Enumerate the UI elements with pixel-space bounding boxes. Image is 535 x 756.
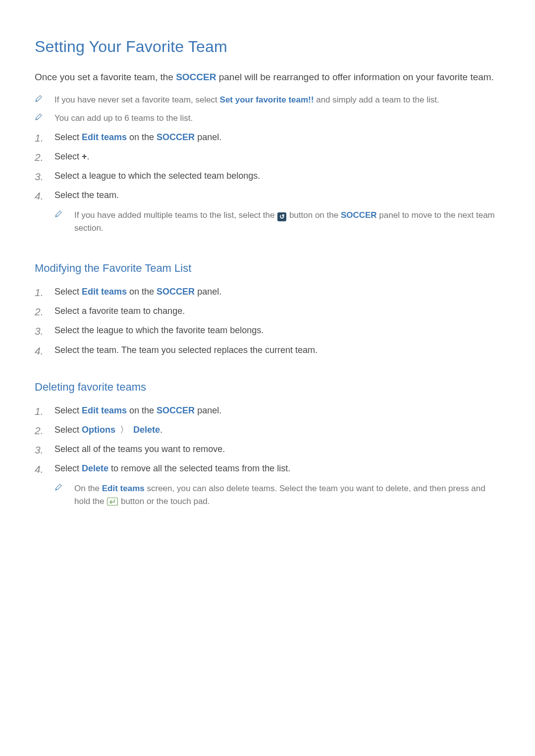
note-accent: Set your favorite team!! <box>220 95 314 104</box>
nested-note-list: On the Edit teams screen, you can also d… <box>54 482 500 507</box>
step-item: 3. Select a league to which the selected… <box>35 169 500 183</box>
step-text: Select a favorite team to change. <box>54 304 500 318</box>
step-text: Select the team. <box>54 190 119 200</box>
step-item: 2. Select +. <box>35 150 500 163</box>
step-item: 4. Select the team. If you have added mu… <box>35 189 500 238</box>
step-item: 3. Select the league to which the favori… <box>35 324 500 337</box>
step-item: 4. Select Delete to remove all the selec… <box>35 462 500 511</box>
step-item: 3. Select all of the teams you want to r… <box>35 443 500 456</box>
pencil-icon <box>35 95 43 102</box>
page-title: Setting Your Favorite Team <box>35 35 500 58</box>
step-number: 4. <box>35 190 44 202</box>
svg-rect-0 <box>107 498 118 505</box>
step-text: Select the team. The team you selected r… <box>54 344 500 357</box>
step-text: Select Edit teams on the SOCCER panel. <box>54 285 500 299</box>
step-number: 3. <box>35 170 44 183</box>
step-text: Select Delete to remove all the selected… <box>54 463 290 473</box>
step-text: Select Edit teams on the SOCCER panel. <box>54 404 500 417</box>
note-pre: If you have never set a favorite team, s… <box>54 95 220 104</box>
intro-pre: Once you set a favorite team, the <box>35 72 176 82</box>
note-item: If you have never set a favorite team, s… <box>35 94 500 106</box>
note-item: You can add up to 6 teams to the list. <box>35 112 500 125</box>
step-text: Select the league to which the favorite … <box>54 324 500 337</box>
step-text: Select +. <box>54 150 500 163</box>
delete-steps-list: 1. Select Edit teams on the SOCCER panel… <box>35 404 500 512</box>
step-number: 1. <box>35 405 44 417</box>
modify-steps-list: 1. Select Edit teams on the SOCCER panel… <box>35 285 500 357</box>
step-item: 1. Select Edit teams on the SOCCER panel… <box>35 404 500 417</box>
nested-note-text: If you have added multiple teams to the … <box>74 209 500 234</box>
step-number: 3. <box>35 444 44 456</box>
intro-accent: SOCCER <box>176 72 216 82</box>
nested-note-list: If you have added multiple teams to the … <box>54 209 500 234</box>
step-number: 2. <box>35 305 44 318</box>
step-item: 2. Select a favorite team to change. <box>35 304 500 318</box>
nested-note: On the Edit teams screen, you can also d… <box>54 482 500 507</box>
pencil-icon <box>54 483 62 507</box>
note-post: and simply add a team to the list. <box>314 95 439 104</box>
step-text: Select Options 〉 Delete. <box>54 423 500 437</box>
enter-key-icon <box>107 498 118 505</box>
cycle-button-icon: ↺ <box>277 212 286 221</box>
step-number: 4. <box>35 463 44 475</box>
note-text: You can add up to 6 teams to the list. <box>54 112 500 125</box>
step-item: 1. Select Edit teams on the SOCCER panel… <box>35 131 500 144</box>
step-number: 3. <box>35 325 44 337</box>
step-number: 2. <box>35 424 44 437</box>
intro-paragraph: Once you set a favorite team, the SOCCER… <box>35 70 500 85</box>
nested-note: If you have added multiple teams to the … <box>54 209 500 234</box>
step-number: 4. <box>35 345 44 357</box>
pencil-icon <box>54 210 62 234</box>
section-title-modify: Modifying the Favorite Team List <box>35 260 500 276</box>
step-number: 2. <box>35 151 44 163</box>
section-title-delete: Deleting favorite teams <box>35 379 500 395</box>
step-text: Select a league to which the selected te… <box>54 169 500 183</box>
pencil-icon <box>35 113 43 121</box>
step-item: 1. Select Edit teams on the SOCCER panel… <box>35 285 500 299</box>
step-text: Select all of the teams you want to remo… <box>54 443 500 456</box>
top-notes-list: If you have never set a favorite team, s… <box>35 94 500 239</box>
step-item: 2. Select Options 〉 Delete. <box>35 423 500 437</box>
note-text: If you have never set a favorite team, s… <box>54 94 500 106</box>
nested-note-text: On the Edit teams screen, you can also d… <box>74 482 500 507</box>
intro-post: panel will be rearranged to offer inform… <box>216 72 493 82</box>
step-number: 1. <box>35 286 44 299</box>
step-number: 1. <box>35 132 44 144</box>
step-item: 4. Select the team. The team you selecte… <box>35 344 500 357</box>
step-text: Select Edit teams on the SOCCER panel. <box>54 131 500 144</box>
